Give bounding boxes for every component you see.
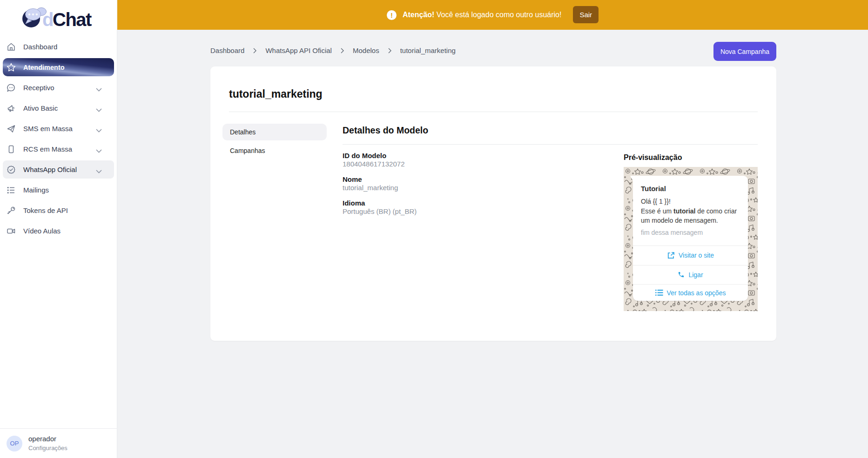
svg-text:Chat: Chat [53,9,92,30]
svg-text:d: d [42,9,53,30]
